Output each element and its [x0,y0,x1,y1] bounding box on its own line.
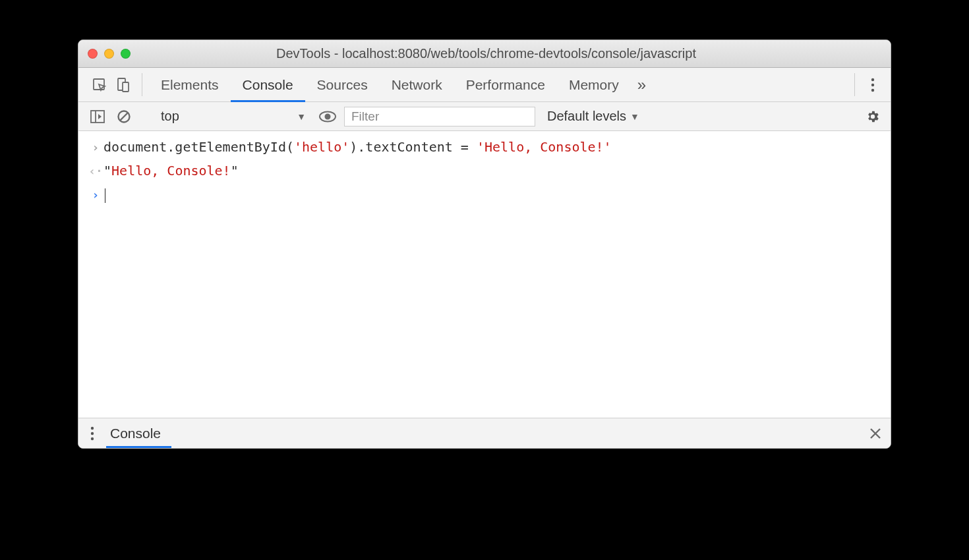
tab-label: Memory [569,77,619,93]
tab-memory[interactable]: Memory [557,68,631,101]
tab-network[interactable]: Network [380,68,454,101]
levels-label: Default levels [547,109,626,124]
svg-point-12 [91,426,94,429]
tabs-bar: Elements Console Sources Network Perform… [78,68,891,102]
context-label: top [161,109,179,124]
svg-point-4 [871,83,874,86]
text-cursor [105,188,105,203]
svg-point-14 [91,437,94,439]
input-arrow-icon: › [88,137,103,156]
more-options-button[interactable] [862,68,884,101]
console-prompt[interactable] [103,184,105,204]
filter-input[interactable] [344,107,535,126]
titlebar: DevTools - localhost:8080/web/tools/chro… [78,40,891,68]
svg-line-9 [120,113,128,121]
overflow-label: » [637,76,646,94]
clear-console-icon[interactable] [114,107,134,126]
output-arrow-icon: ‹· [88,161,103,180]
window-title: DevTools - localhost:8080/web/tools/chro… [91,46,881,61]
log-levels-selector[interactable]: Default levels ▼ [542,109,645,124]
svg-point-13 [91,432,94,434]
tab-elements[interactable]: Elements [149,68,231,101]
live-expression-icon[interactable] [318,107,338,126]
tab-label: Performance [466,77,545,93]
drawer-menu-button[interactable] [78,418,106,448]
prompt-arrow-icon: › [88,184,103,204]
svg-point-5 [871,88,874,91]
console-toolbar: top ▼ Default levels ▼ [78,102,891,131]
tab-performance[interactable]: Performance [454,68,557,101]
divider [142,73,142,96]
chevron-down-icon: ▼ [297,111,306,122]
console-code: document.getElementById('hello').textCon… [103,137,612,157]
tab-sources[interactable]: Sources [305,68,380,101]
console-input-row: › document.getElementById('hello').textC… [78,135,891,159]
console-output[interactable]: › document.getElementById('hello').textC… [78,131,891,418]
inspect-element-icon[interactable] [88,68,111,101]
chevron-down-icon: ▼ [630,111,639,122]
drawer: Console [78,418,891,448]
tab-label: Sources [317,77,368,93]
sidebar-toggle-icon[interactable] [88,107,107,126]
device-toolbar-icon[interactable] [111,68,135,101]
tab-label: Network [392,77,442,93]
console-prompt-row[interactable]: › [78,182,891,206]
svg-point-3 [871,78,874,80]
console-settings-icon[interactable] [862,109,884,124]
svg-rect-2 [123,82,129,92]
tab-label: Elements [161,77,219,93]
drawer-tab-label: Console [110,426,161,441]
svg-point-11 [325,113,331,119]
tab-label: Console [243,77,293,93]
devtools-window: DevTools - localhost:8080/web/tools/chro… [78,40,891,449]
tab-console[interactable]: Console [231,68,305,101]
drawer-tab-console[interactable]: Console [106,418,171,448]
console-output-row: ‹· "Hello, Console!" [78,159,891,182]
svg-rect-6 [91,111,104,123]
tabs-overflow-button[interactable]: » [631,68,653,101]
console-result: "Hello, Console!" [103,161,239,181]
drawer-close-button[interactable] [860,418,891,448]
divider [854,73,855,96]
context-selector[interactable]: top ▼ [153,106,311,127]
